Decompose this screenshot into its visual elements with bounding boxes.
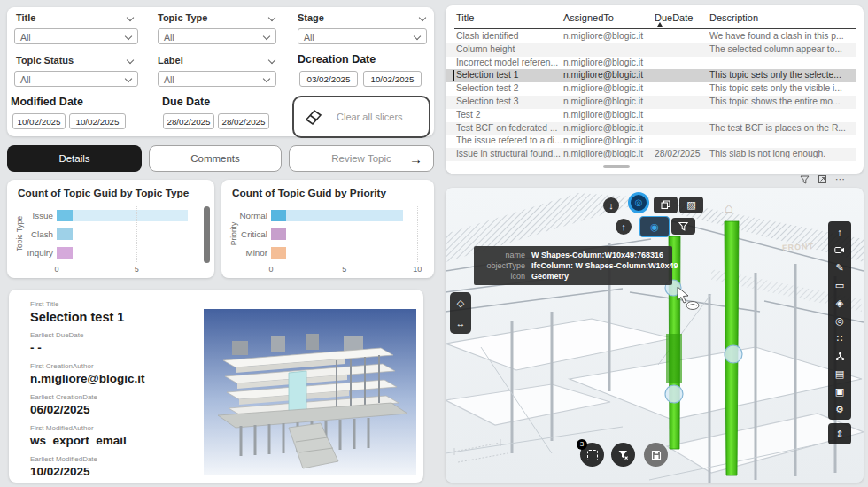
slicer-topicstatus-select[interactable]: All [14,71,138,87]
bar-inquiry[interactable] [57,244,188,262]
table-cell: Issue in structural found... [456,148,562,161]
settings-tool-button[interactable]: ⚙ [828,400,851,418]
axis-tick: 0 [54,265,58,274]
pointer-tool-button[interactable]: ↑ [828,223,851,241]
bar-issue[interactable] [57,206,188,225]
tab-comments[interactable]: Comments [149,145,282,172]
markup-tool-button[interactable]: ✎ [828,259,851,276]
plot-area [57,206,188,262]
arrow-up-icon: ↑ [621,222,626,232]
copy-view-button[interactable] [654,197,678,213]
save-icon [651,450,662,460]
table-row[interactable]: Test 2n.migliore@blogic.it [446,109,856,122]
toolbar-collapse-button[interactable]: ⇕ [828,423,851,444]
table-row[interactable]: Column heightThe selected column appear … [446,43,856,57]
arrow-right-icon: → [409,151,422,166]
table-row[interactable]: Test BCF on federated ...n.migliore@blog… [446,122,856,135]
slicer-stage-select[interactable]: All [298,28,427,44]
bar-critical[interactable] [271,225,423,244]
chevron-down-icon[interactable] [127,14,134,21]
tab-details[interactable]: Details [7,145,142,172]
home-icon[interactable]: ⌂ [725,200,733,216]
modifieddate-from-input[interactable]: 10/02/2025 [12,113,66,129]
views-tool-button[interactable]: ▭ [828,276,851,294]
duedate-from-input[interactable]: 28/02/2025 [163,113,214,129]
model-snapshot-image [204,309,416,475]
filter-icon[interactable] [800,174,810,184]
download-view-button[interactable]: ↓ [603,197,619,213]
collapse-icon: ⇕ [835,429,843,439]
table-row[interactable]: Issue in structural found...n.migliore@b… [446,148,856,161]
hatch-style-button[interactable]: ▨ [679,197,703,213]
slicer-topictype-select[interactable]: All [158,28,276,44]
slicer-label-select[interactable]: All [158,71,276,87]
layers-tool-button[interactable]: ▤ [828,365,851,383]
slicer-topictype-label: Topic Type [158,12,207,23]
tab-review-topic[interactable]: Review Topic→ [289,145,434,172]
bim-3d-viewer[interactable]: ⌂ FRONT nameW Shapes-Column:W10x49:76831… [446,188,864,483]
table-cell: Selection test 3 [456,96,562,109]
snapshot-tool-button[interactable]: ▣ [828,383,851,400]
hierarchy-icon [835,352,845,361]
chevron-down-icon[interactable] [268,14,275,21]
table-cell: n.migliore@blogic.it [563,109,652,122]
chart-topic-type: Count of Topic Guid by Topic Type Topic … [7,180,214,278]
bar-minor[interactable] [271,244,423,262]
chevron-down-icon[interactable] [268,57,275,64]
chevron-down-icon[interactable] [419,14,426,21]
bar-clash[interactable] [57,225,188,244]
axis-tick: 5 [135,265,139,274]
duedate-to-input[interactable]: 28/02/2025 [218,113,269,129]
globe-tool-button[interactable]: ◎ [828,312,851,329]
clear-all-slicers-button[interactable]: Clear all slicers [292,96,430,138]
axis-tick: 10 [413,265,422,274]
image-icon: ▣ [835,386,844,398]
save-view-button[interactable] [644,443,668,467]
table-row[interactable]: Selection test 3n.migliore@blogic.itThis… [446,96,856,109]
table-cell: Selection test 1 [456,69,562,82]
chevron-down-icon[interactable] [127,57,134,64]
creationdate-from-input[interactable]: 03/02/2025 [299,71,358,87]
modifieddate-to-input[interactable]: 10/02/2025 [69,113,126,129]
visual-hover-header: ⋯ [800,174,864,185]
camera-tool-button[interactable] [828,241,851,259]
components-tool-button[interactable]: ∷ [828,329,851,347]
column-header-description[interactable]: Description [709,12,758,23]
table-horizontal-scrollbar[interactable] [603,165,630,168]
column-header-title[interactable]: Title [456,12,474,23]
orbit-mode-button[interactable]: ◎ [628,192,649,213]
tooltip-label: objectType [479,260,525,271]
globe-icon: ◎ [835,315,844,327]
table-row[interactable]: Clash identifiedn.migliore@blogic.itWe h… [446,30,856,43]
more-options-icon[interactable]: ⋯ [835,174,845,184]
explode-tool-button[interactable]: ◈ [828,294,851,312]
slicer-title-label: Title [16,12,35,23]
measure-tool-button[interactable]: ↔ [450,313,471,333]
left-tool-pill: ◇ ↔ [450,292,471,334]
category-label: Normal [229,206,267,225]
slicer-title-select[interactable]: All [14,28,138,44]
slicer-duedate-label: Due Date [162,96,210,108]
count-badge: 3 [577,439,587,450]
field-label: Earliest ModifiedDate [30,455,97,463]
sort-ascending-icon [657,22,663,27]
bar-normal[interactable] [271,206,423,225]
table-row[interactable]: Selection test 1n.migliore@blogic.itThis… [446,69,856,82]
visibility-box-button[interactable]: 3 [580,443,604,467]
hierarchy-tool-button[interactable] [828,347,851,365]
table-row[interactable]: Selection test 2n.migliore@blogic.itThis… [446,82,856,96]
field-label: First Title [30,300,124,308]
filter-elements-button[interactable] [671,218,695,235]
column-header-assignedto[interactable]: AssignedTo [563,12,614,23]
clear-all-slicers-label: Clear all slicers [337,112,403,122]
table-row[interactable]: Incorrect model referen...n.migliore@blo… [446,57,856,70]
clear-filter-button[interactable] [611,443,635,467]
table-row[interactable]: The issue refered to a di...n.migliore@b… [446,135,856,148]
gear-icon: ⚙ [835,404,844,415]
chart-scrollbar[interactable] [204,206,210,263]
upload-view-button[interactable]: ↑ [616,219,632,235]
selection-mode-button[interactable]: ◉ [639,216,670,237]
focus-mode-icon[interactable] [818,174,827,184]
section-tool-button[interactable]: ◇ [450,293,471,313]
creationdate-to-input[interactable]: 10/02/2025 [363,71,422,87]
